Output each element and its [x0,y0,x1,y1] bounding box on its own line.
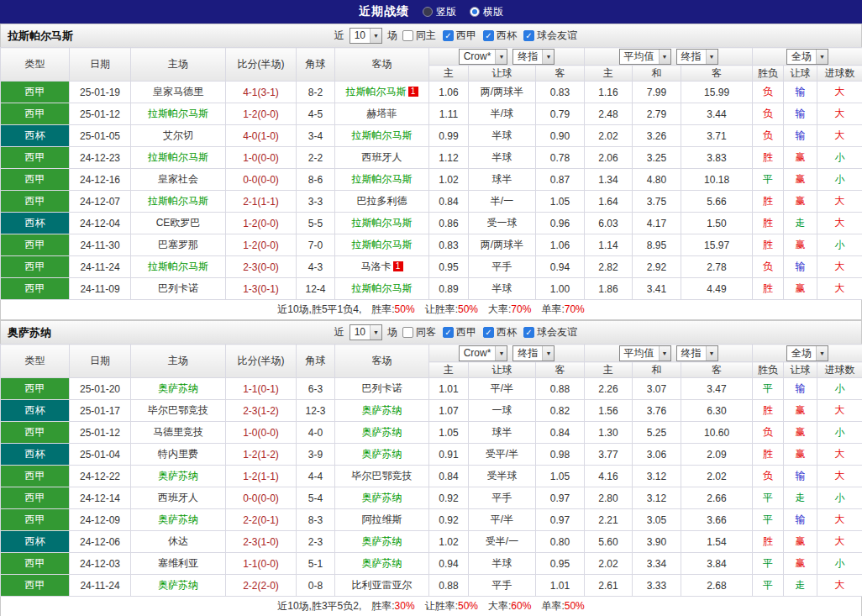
team-name-link[interactable]: 奥萨苏纳 [362,535,402,547]
team-name-link[interactable]: 西班牙人 [362,151,402,163]
team-name-link[interactable]: 毕尔巴鄂竞技 [148,404,208,416]
filter-checkbox[interactable]: ✓西杯 [483,29,517,43]
team-name-link[interactable]: 拉斯帕尔马斯 [352,282,413,294]
asian-handicap: 受半球 [469,466,536,487]
layout-radio-vertical[interactable]: 竖版 [423,5,456,19]
team-name-link[interactable]: 比利亚雷亚尔 [352,579,413,591]
asian-odds-time-select[interactable]: 终指▼ [512,49,555,65]
filter-checkbox[interactable]: 同客 [402,325,436,340]
col-euro-draw: 和 [633,66,681,82]
filter-checkbox[interactable]: ✓球会友谊 [523,29,577,43]
team-name-link[interactable]: 奥萨苏纳 [362,492,402,503]
euro-draw-odds: 8.95 [633,234,681,256]
asian-home-odds: 0.99 [429,125,469,147]
team-name-link[interactable]: 拉斯帕尔马斯 [148,261,208,272]
team-name-link[interactable]: 拉斯帕尔马斯 [352,239,413,250]
checkbox-group: 同客✓西甲✓西杯✓球会友谊 [402,325,577,340]
filter-checkbox[interactable]: ✓西甲 [443,325,476,340]
euro-home-odds: 1.64 [585,191,633,213]
team-name-link[interactable]: 拉斯帕尔马斯 [346,86,407,97]
team-name-link[interactable]: 奥萨苏纳 [158,382,198,394]
team-name-link[interactable]: 马洛卡 [361,261,392,272]
period-select[interactable]: 全场▼ [786,49,828,65]
radio-label: 横版 [483,5,503,19]
team-name-link[interactable]: 阿拉维斯 [362,513,402,525]
match-date: 24-12-04 [70,213,131,234]
asian-odds-time-select[interactable]: 终指▼ [512,345,555,361]
team-name-link[interactable]: 马德里竞技 [153,426,203,438]
goals-result: 小 [817,553,862,575]
checkbox-icon: ✓ [443,30,454,41]
goals-result: 大 [817,278,862,300]
match-score: 2-2(2-0) [226,575,297,597]
bookmaker-select[interactable]: Crow*▼ [459,345,508,361]
team-name-link[interactable]: 特内里费 [158,448,198,460]
team-name-link[interactable]: 拉斯帕尔马斯 [352,173,413,185]
team-name-link[interactable]: 巴列卡诺 [158,282,198,294]
layout-radio-horizontal[interactable]: 横版 [470,5,503,19]
team-name-link[interactable]: 拉斯帕尔马斯 [148,108,208,119]
away-team: 毕尔巴鄂竞技 [335,466,429,487]
team-name-link[interactable]: 休达 [168,535,188,547]
corner-count: 3-3 [297,191,335,213]
home-team: 拉斯帕尔马斯 [131,256,226,278]
euro-odds-source-select[interactable]: 平均值▼ [619,345,671,361]
filter-checkbox[interactable]: ✓西杯 [483,325,517,340]
team-name-link[interactable]: 奥萨苏纳 [362,404,402,416]
period-select[interactable]: 全场▼ [786,345,828,361]
col-away: 客场 [335,345,429,378]
dropdown-arrow-icon: ▼ [816,346,828,361]
team-name-link[interactable]: 拉斯帕尔马斯 [148,151,208,163]
euro-home-odds: 2.82 [585,256,633,278]
bookmaker-select[interactable]: Crow*▼ [459,49,508,65]
team-name-link[interactable]: 奥萨苏纳 [158,513,198,525]
team-name-link[interactable]: 艾尔切 [163,129,193,141]
match-count-select[interactable]: 10▼ [350,324,382,340]
match-date: 25-01-20 [70,378,131,400]
asian-away-odds: 1.06 [536,234,585,256]
team-name-link[interactable]: 西班牙人 [158,492,198,503]
team-name-link[interactable]: 拉斯帕尔马斯 [352,129,413,141]
match-count-select[interactable]: 10▼ [350,28,382,44]
home-team: 奥萨苏纳 [131,509,226,531]
team-name-link[interactable]: 赫塔菲 [367,108,397,119]
away-team: 奥萨苏纳 [335,444,429,466]
team-name-link[interactable]: 奥萨苏纳 [158,470,198,482]
col-goals-result: 进球数 [817,362,862,378]
team-name-link[interactable]: 巴拉多利德 [357,195,407,207]
team-name-link[interactable]: 拉斯帕尔马斯 [148,195,208,207]
team-name-link[interactable]: 奥萨苏纳 [362,426,402,438]
filter-checkbox[interactable]: ✓球会友谊 [523,325,577,340]
corner-count: 8-6 [297,169,335,191]
team-name-link[interactable]: 皇家马德里 [153,86,203,97]
team-name-link[interactable]: 奥萨苏纳 [362,557,402,569]
euro-odds-time-select[interactable]: 终指▼ [676,345,718,361]
radio-icon [423,7,433,17]
team-name-link[interactable]: 拉斯帕尔马斯 [352,217,413,229]
stat-item: 大率:70% [488,303,531,315]
team-name-link[interactable]: 皇家社会 [158,173,198,185]
team-name-link[interactable]: 塞维利亚 [158,557,198,569]
team-name-link[interactable]: CE欧罗巴 [156,217,201,229]
table-header-row: 类型 日期 主场 比分(半场) 角球 客场 Crow*▼ 终指▼ 平均值▼ 终指… [1,345,862,362]
corner-count: 8-2 [297,82,335,103]
handicap-result: 赢 [784,422,817,444]
team-name-link[interactable]: 毕尔巴鄂竞技 [352,470,413,482]
match-score: 4-0(1-0) [226,125,297,147]
col-asian-home: 主 [429,66,469,82]
team-name-link[interactable]: 巴塞罗那 [158,239,198,250]
euro-draw-odds: 3.90 [633,531,681,553]
team-name-link[interactable]: 奥萨苏纳 [362,448,402,460]
team-name-link[interactable]: 奥萨苏纳 [158,579,198,591]
euro-odds-time-select[interactable]: 终指▼ [676,49,718,65]
euro-draw-odds: 3.05 [633,509,681,531]
goals-result: 小 [817,234,862,256]
euro-odds-source-select[interactable]: 平均值▼ [619,49,671,65]
asian-handicap: 半球 [469,278,536,300]
match-score: 1-2(1-2) [226,444,297,466]
red-card-badge: 1 [393,261,403,271]
filter-checkbox[interactable]: ✓西甲 [443,29,476,43]
col-asian-handicap: 让球 [469,66,536,82]
filter-checkbox[interactable]: 同主 [402,29,436,43]
team-name-link[interactable]: 巴列卡诺 [362,382,402,394]
